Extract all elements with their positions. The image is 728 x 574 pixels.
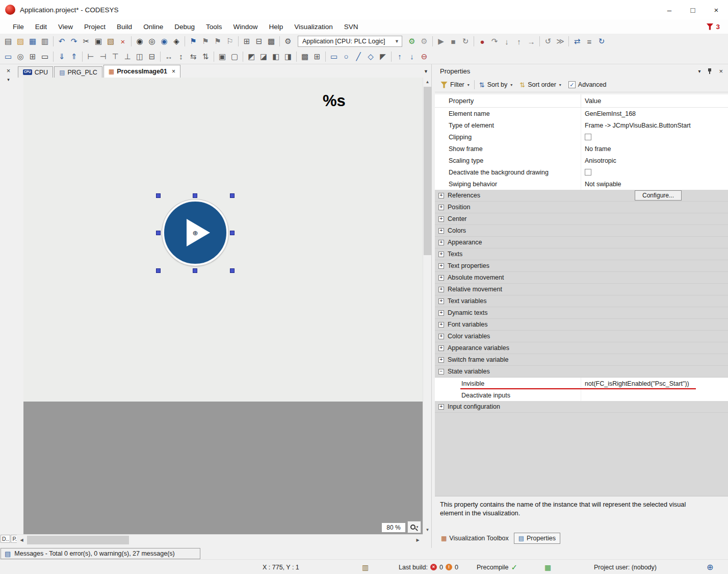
edit-object-icon[interactable]: ▩ — [265, 35, 277, 47]
find-in-project-icon[interactable]: ◉ — [158, 35, 170, 47]
print-icon[interactable]: ▥ — [39, 35, 51, 47]
bookmarks-clear-icon[interactable]: ⚐ — [224, 35, 236, 47]
selection-handle[interactable] — [156, 193, 161, 198]
expand-icon[interactable]: + — [438, 298, 444, 304]
visualization-canvas[interactable]: %s ⊕ 80 % ▾ — [17, 78, 423, 534]
panel-tab-visualization-toolbox[interactable]: ▦Visualization Toolbox — [437, 533, 513, 544]
menu-file[interactable]: File — [7, 19, 30, 34]
menu-view[interactable]: View — [53, 19, 79, 34]
property-row-text-properties[interactable]: +Text properties — [435, 260, 728, 272]
align-right-icon[interactable]: ⊣ — [97, 51, 109, 63]
devices-view-icon[interactable]: ▭ — [2, 51, 14, 63]
value-checkbox[interactable] — [585, 134, 591, 140]
align-bottom-icon[interactable]: ⊥ — [121, 51, 134, 63]
selection-handle[interactable] — [230, 268, 235, 273]
property-row-references[interactable]: +ReferencesConfigure... — [435, 190, 728, 202]
close-button[interactable]: × — [705, 0, 728, 19]
configure-button[interactable]: Configure... — [635, 190, 682, 201]
panel-menu-icon[interactable]: ▾ — [3, 77, 14, 83]
scroll-up-icon[interactable]: ▲ — [423, 78, 432, 86]
property-row-absolute-movement[interactable]: +Absolute movement — [435, 272, 728, 284]
logout-icon[interactable]: ⚙ — [418, 35, 430, 47]
find-icon[interactable]: ◉ — [134, 35, 146, 47]
expand-icon[interactable]: + — [438, 345, 444, 351]
start-icon[interactable]: ▶ — [435, 35, 447, 47]
messages-bar[interactable]: ▤ Messages - Total 0 error(s), 0 warning… — [1, 548, 200, 559]
pin-icon[interactable] — [708, 68, 712, 74]
bring-forward-icon[interactable]: ◧ — [270, 51, 282, 63]
menu-window[interactable]: Window — [227, 19, 263, 34]
column-header-property[interactable]: Property — [435, 94, 581, 107]
property-row-type-of-element[interactable]: Type of elementFrame -> JCmpVisuBasic.Bu… — [435, 119, 728, 131]
table-view-icon[interactable]: ⊞ — [27, 51, 39, 63]
new-project-icon[interactable]: ▤ — [2, 35, 14, 47]
insert-line-icon[interactable]: ╱ — [352, 51, 365, 63]
expand-icon[interactable]: + — [438, 322, 444, 328]
replace-icon[interactable]: ◎ — [146, 35, 158, 47]
align-center-vertical-icon[interactable]: ⊟ — [146, 51, 158, 63]
menu-visualization[interactable]: Visualization — [289, 19, 339, 34]
minimize-button[interactable]: – — [658, 0, 681, 19]
horizontal-scroll-thumb[interactable] — [27, 536, 129, 544]
zoom-tool-button[interactable]: ▾ — [407, 521, 421, 533]
menu-svn[interactable]: SVN — [339, 19, 364, 34]
menu-debug[interactable]: Debug — [169, 19, 200, 34]
property-row-deactivate-inputs[interactable]: Deactivate inputs — [435, 389, 728, 401]
run-to-cursor-icon[interactable]: → — [525, 35, 537, 47]
menu-help[interactable]: Help — [263, 19, 289, 34]
bookmark-previous-icon[interactable]: ⚑ — [199, 35, 212, 47]
expand-icon[interactable]: + — [438, 252, 444, 257]
send-to-back-icon[interactable]: ◪ — [257, 51, 270, 63]
selection-handle[interactable] — [156, 231, 161, 235]
bring-to-front-icon[interactable]: ◩ — [245, 51, 257, 63]
compare-icon[interactable]: ⇄ — [571, 35, 583, 47]
single-cycle-icon[interactable]: ↻ — [459, 35, 472, 47]
property-row-appearance[interactable]: +Appearance — [435, 237, 728, 248]
expand-icon[interactable]: + — [438, 263, 444, 269]
scroll-left-icon[interactable]: ◀ — [17, 536, 26, 544]
flow-control-icon[interactable]: ≫ — [554, 35, 566, 47]
expand-icon[interactable]: + — [438, 275, 444, 281]
property-row-texts[interactable]: +Texts — [435, 248, 728, 260]
open-project-icon[interactable]: ▨ — [14, 35, 27, 47]
expand-icon[interactable]: + — [438, 287, 444, 292]
expand-icon[interactable]: + — [438, 205, 444, 210]
tab-processimage01[interactable]: ▦ProcessImage01× — [103, 65, 180, 78]
menu-project[interactable]: Project — [79, 19, 111, 34]
maximize-button[interactable]: □ — [681, 0, 705, 19]
zoom-level[interactable]: 80 % — [381, 522, 406, 533]
property-row-show-frame[interactable]: Show frameNo frame — [435, 143, 728, 155]
panel-splitter[interactable] — [431, 64, 435, 548]
property-row-switch-frame-variable[interactable]: +Switch frame variable — [435, 354, 728, 366]
collapse-icon[interactable]: − — [438, 369, 444, 375]
property-row-invisible[interactable]: Invisiblenot(FC_isRightEnabled("Psc_Star… — [435, 378, 728, 389]
input-assistant-icon[interactable]: ⊞ — [241, 35, 253, 47]
send-backward-icon[interactable]: ◨ — [282, 51, 294, 63]
scroll-right-icon[interactable]: ▶ — [413, 536, 422, 544]
sort-by-button[interactable]: ⇅ Sort by ▾ — [477, 80, 515, 89]
build-icon[interactable]: ⚙ — [282, 35, 294, 47]
project-settings-icon[interactable]: ≡ — [583, 35, 595, 47]
property-row-text-variables[interactable]: +Text variables — [435, 295, 728, 307]
redo-icon[interactable]: ↷ — [68, 35, 80, 47]
selection-handle[interactable] — [193, 268, 197, 273]
step-out-icon[interactable]: ↑ — [513, 35, 525, 47]
login-icon[interactable]: ⚙ — [406, 35, 418, 47]
reset-icon[interactable]: ↺ — [542, 35, 554, 47]
insert-ellipse-icon[interactable]: ○ — [340, 51, 352, 63]
property-row-dynamic-texts[interactable]: +Dynamic texts — [435, 307, 728, 319]
step-into-icon[interactable]: ↓ — [501, 35, 513, 47]
cut-icon[interactable]: ✂ — [80, 35, 92, 47]
value-checkbox[interactable] — [585, 169, 591, 176]
bookmark-next-icon[interactable]: ⚑ — [212, 35, 224, 47]
download-icon[interactable]: ⇓ — [56, 51, 68, 63]
ungroup-elements-icon[interactable]: ▢ — [228, 51, 241, 63]
copy-icon[interactable]: ▣ — [92, 35, 105, 47]
insert-pointer-icon[interactable]: ◤ — [377, 51, 389, 63]
expand-icon[interactable]: + — [438, 240, 444, 245]
expand-icon[interactable]: + — [438, 357, 444, 363]
property-row-position[interactable]: +Position — [435, 202, 728, 213]
property-row-center[interactable]: +Center — [435, 213, 728, 225]
panel-tab-properties[interactable]: ▤Properties — [514, 533, 560, 544]
distribute-horizontal-icon[interactable]: ⇆ — [187, 51, 199, 63]
